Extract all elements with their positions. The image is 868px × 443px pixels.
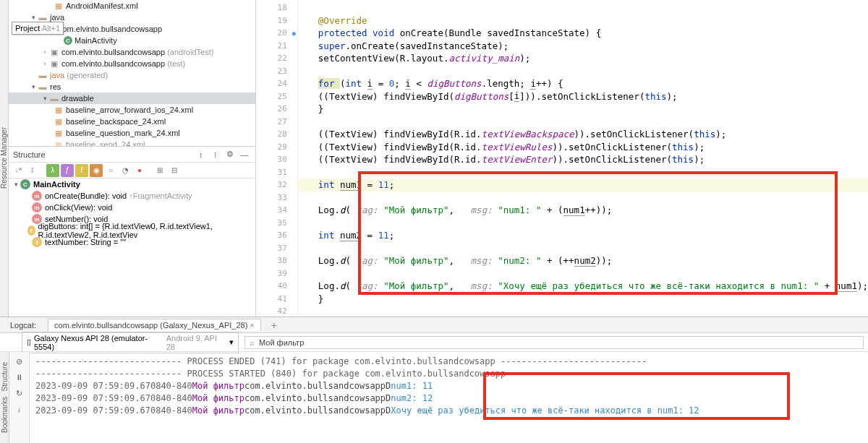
logcat-run-tab[interactable]: com.elvinto.bullsandcowsapp (Galaxy_Nexu… [48,319,261,331]
project-panel: Project Alt+1 ▦AndroidManifest.xml ▾▬jav… [9,0,256,146]
device-select[interactable]: ▯ Galaxy Nexus API 28 (emulator-5554) An… [22,332,239,353]
sidebar-tab-resource-manager[interactable]: Resource Manager [0,124,8,192]
tree-drawable-4[interactable]: ▦baseline_send_24.xml [9,139,255,146]
clear-icon[interactable]: ⊘ [13,355,26,368]
left-sidebar: Resource Manager [0,0,9,317]
gear-icon[interactable]: ⚙ [224,148,237,161]
tree-main-activity[interactable]: CMainActivity [9,35,255,46]
sort-alpha-icon[interactable]: ↓ᴬ [12,164,25,177]
sidebar-tab-bookmarks[interactable]: Bookmarks [1,394,9,436]
tree-manifest[interactable]: ▦AndroidManifest.xml [9,0,255,12]
gutter: 18 19 20◉ 21 22 23 24 25 26 27 28 29 30 … [256,0,298,317]
show-lambda-icon[interactable]: λ [46,164,59,177]
add-tab-icon[interactable]: + [267,319,281,331]
structure-toolbar: ↓ᴬ ⫱ λ ƒ f ◉ ○ ◔ ● ⊞ ⊟ [9,163,255,179]
left-sidebar-bottom: Structure Bookmarks [0,352,9,443]
tree-pkg2[interactable]: ›▣com.elvinto.bullsandcowsapp (androidTe… [9,46,255,58]
tree-pkg3[interactable]: ›▣com.elvinto.bullsandcowsapp (test) [9,58,255,69]
sort-icon[interactable]: ↕ [195,148,208,161]
filter-input[interactable]: ⌕ Мой фильтр [244,336,864,349]
expand-icon[interactable]: ⊞ [153,164,166,177]
struct-class[interactable]: ▾CMainActivity [9,179,255,190]
chevron-down-icon: ▾ [229,337,234,347]
logcat-filter-bar: ▯ Galaxy Nexus API 28 (emulator-5554) An… [0,333,868,352]
funnel-icon: ⌕ [250,338,255,347]
collapse-icon[interactable]: ⊟ [168,164,181,177]
tree-res[interactable]: ▾▬res [9,81,255,93]
logcat-label: Logcat: [4,319,42,331]
show-fields-icon[interactable]: f [75,164,88,177]
tree-java-gen[interactable]: ▬java (generated) [9,69,255,81]
sidebar-tab-structure[interactable]: Structure [1,359,9,395]
filter-icon[interactable]: ⫶ [209,148,222,161]
pause-icon[interactable]: ⏸ [13,371,26,384]
struct-m1[interactable]: monCreate(Bundle): void ↑FragmentActivit… [9,190,255,202]
tree-drawable-3[interactable]: ▦baseline_question_mark_24.xml [9,127,255,139]
show-inherited-icon[interactable]: ◉ [90,164,103,177]
logcat-output[interactable]: ---------------------------- PROCESS END… [30,352,868,443]
structure-title: Structure [13,150,46,159]
structure-panel: Structure ↕ ⫶ ⚙ — ↓ᴬ ⫱ λ ƒ f ◉ ○ ◔ [9,146,256,317]
show-anon-icon[interactable]: ƒ [61,164,74,177]
toolbar-icon-2[interactable]: ◔ [119,164,132,177]
close-icon[interactable]: × [250,321,254,330]
toolbar-icon-3[interactable]: ● [133,164,146,177]
tree-drawable-2[interactable]: ▦baseline_backspace_24.xml [9,116,255,127]
struct-m2[interactable]: monClick(View): void [9,202,255,213]
editor-area[interactable]: 18 19 20◉ 21 22 23 24 25 26 27 28 29 30 … [256,0,868,317]
toolbar-icon-1[interactable]: ○ [104,164,117,177]
project-tooltip: Project Alt+1 [12,22,64,35]
tree-drawable[interactable]: ▾▬drawable [9,93,255,104]
tree-drawable-1[interactable]: ▦baseline_arrow_forward_ios_24.xml [9,104,255,116]
logcat-toolbar: ⊘ ⏸ ↻ ↓ [9,352,30,443]
minimize-icon[interactable]: — [238,148,251,161]
scroll-icon[interactable]: ↓ [13,403,26,416]
struct-f1[interactable]: fdigButtons: int[] = {R.id.textView0, R.… [9,225,255,236]
code-area[interactable]: @Override protected void onCreate(Bundle… [298,0,868,317]
restart-icon[interactable]: ↻ [13,387,26,400]
phone-icon: ▯ [27,337,31,347]
sort-visibility-icon[interactable]: ⫱ [26,164,39,177]
